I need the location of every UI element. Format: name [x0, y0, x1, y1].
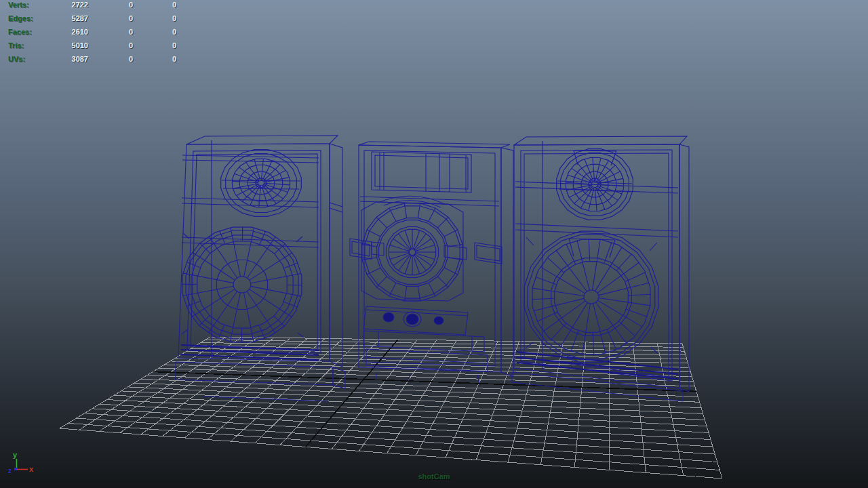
poly-count-row: Tris:501000 [0, 41, 190, 55]
poly-count-row: Edges:528700 [0, 14, 190, 28]
camera-name-label: shotCam [418, 472, 450, 481]
z-axis-marker [14, 468, 17, 470]
poly-count-row: UVs:308700 [0, 55, 190, 68]
poly-count-v2: 0 [92, 55, 133, 64]
y-axis-label: y [13, 451, 18, 459]
poly-count-v2: 0 [92, 1, 133, 9]
poly-count-v1: 5287 [47, 14, 88, 23]
right-speaker [512, 136, 689, 401]
poly-count-v3: 0 [134, 41, 176, 50]
viewport-3d[interactable]: Verts:272200Edges:528700Faces:261000Tris… [0, 0, 868, 488]
z-axis-label: z [8, 467, 12, 474]
axis-gizmo: y x z [0, 445, 54, 485]
poly-count-v2: 0 [92, 14, 133, 23]
poly-count-v1: 3087 [47, 55, 88, 64]
poly-count-row: Faces:261000 [0, 28, 190, 41]
poly-count-v2: 0 [92, 41, 133, 50]
x-axis-label: x [29, 465, 34, 473]
poly-count-v2: 0 [92, 28, 133, 37]
poly-count-v1: 5010 [47, 41, 88, 50]
poly-count-v3: 0 [134, 55, 176, 64]
poly-count-v1: 2722 [47, 1, 88, 9]
poly-count-v3: 0 [134, 28, 176, 37]
wireframe-scene [0, 0, 868, 488]
poly-count-v3: 0 [134, 14, 176, 23]
poly-count-v1: 2610 [47, 28, 88, 37]
poly-count-row: Verts:272200 [0, 1, 190, 14]
poly-count-hud: Verts:272200Edges:528700Faces:261000Tris… [0, 1, 190, 68]
poly-count-v3: 0 [134, 1, 176, 9]
